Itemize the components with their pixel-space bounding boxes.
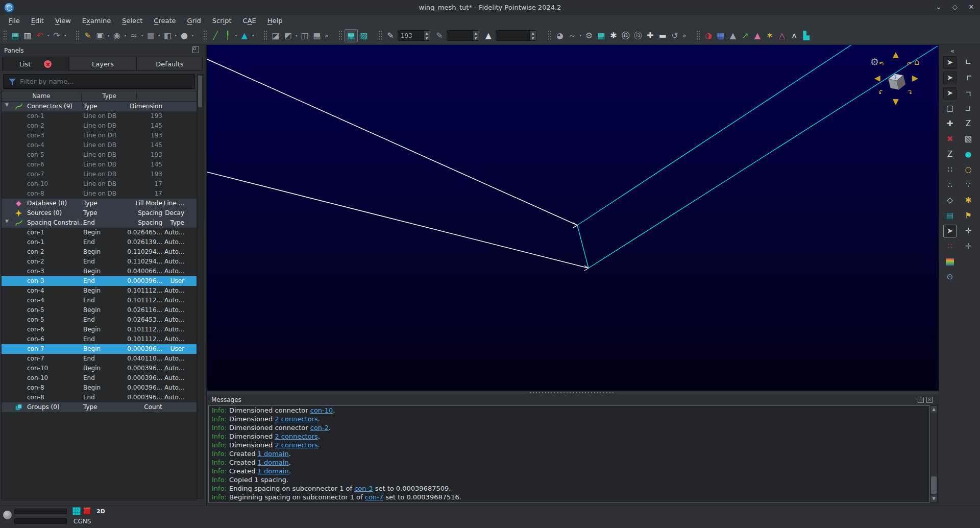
view-orientation-gizmo[interactable]: ⚙ ⌂ ▲ ▼ ◀ ▶ ↶ ↷ ↶ ↷ -Z [869, 50, 925, 111]
menu-select[interactable]: Select [116, 17, 148, 25]
messages-scrollbar-thumb[interactable] [931, 476, 937, 494]
gold-ring-icon[interactable]: ○ [962, 163, 975, 176]
expand-arrow-icon[interactable]: ▼ [5, 102, 9, 107]
dimension-field-spinner[interactable]: ▲▼ [423, 31, 430, 40]
export-file-icon[interactable]: ▥ [21, 29, 34, 42]
mesh-sphere-icon-dropdown[interactable]: ▾ [123, 33, 128, 38]
add-selection-icon[interactable]: ✚ [943, 117, 957, 130]
column-header-type[interactable]: Type [81, 92, 137, 101]
entity-link[interactable]: 1 domain [258, 467, 289, 475]
overflow-chevron[interactable]: » [681, 32, 688, 39]
remove-point-icon[interactable]: ▬ [656, 29, 669, 42]
structured-grid-icon[interactable]: ▦ [345, 29, 358, 42]
draw-tools-icon[interactable]: ✎ [82, 29, 94, 42]
tab-defaults[interactable]: Defaults [137, 57, 203, 71]
undo-icon[interactable]: ↶ [34, 29, 46, 42]
tree-row-con-4[interactable]: con-4Line on DB145 [2, 140, 197, 150]
ruler-corner-ne-icon[interactable]: ∟ [962, 87, 975, 100]
spacing-tool-icon[interactable]: ✎ [433, 29, 446, 42]
toolbar-drag-handle[interactable] [548, 30, 551, 41]
tree-row-con-5[interactable]: con-5Line on DB193 [2, 150, 197, 160]
connector-point-icon[interactable]: ╿ [222, 29, 234, 42]
distribute-icon[interactable]: ◕ [554, 29, 566, 42]
tree-row-con-5[interactable]: con-5End0.026453...Auto... [2, 315, 197, 325]
reset-view-icon[interactable]: ↺ [669, 29, 681, 42]
point-grid-dense-icon[interactable]: ∴ [943, 179, 957, 191]
shell-icon[interactable]: △ [776, 29, 788, 42]
ruler-corner-se-icon[interactable]: ∟ [962, 71, 975, 85]
layer-stack-icon[interactable]: ▤ [943, 209, 957, 222]
ruler-corner-nw-icon[interactable]: ∟ [962, 102, 975, 115]
close-tab-icon[interactable] [44, 60, 52, 68]
toolbar-drag-handle[interactable] [696, 30, 700, 41]
filter-input[interactable]: Filter by name... [3, 74, 195, 89]
surface-icon[interactable]: ■ [144, 29, 157, 42]
probe-icon[interactable]: ✛ [962, 225, 975, 237]
toolbar-drag-handle[interactable] [76, 30, 79, 41]
curve-icon[interactable]: ≈ [128, 29, 140, 42]
hex-block-icon[interactable]: ▧ [962, 133, 975, 146]
tri-pyramid-icon[interactable]: ▲ [751, 29, 764, 42]
entity-link[interactable]: 1 domain [258, 459, 289, 466]
tree-row-con-1[interactable]: con-1Begin0.026465...Auto... [2, 228, 197, 237]
entity-link[interactable]: con-2 [310, 424, 329, 431]
gold-star-icon[interactable]: ✱ [962, 194, 975, 207]
angle-tool-icon[interactable]: ▲ [482, 29, 495, 42]
maximize-button[interactable]: ◇ [949, 2, 961, 13]
spacing-field-spinner[interactable]: ▲▼ [472, 31, 479, 40]
rotate-down-arrow[interactable]: ▼ [893, 97, 899, 106]
minimize-button[interactable]: ⌄ [933, 2, 944, 13]
close-messages-icon[interactable]: ✕ [926, 397, 933, 403]
pyramid-icon[interactable]: ▲ [727, 29, 739, 42]
curve-icon-dropdown[interactable]: ▾ [140, 33, 144, 38]
dimension-field[interactable]: 193▲▼ [398, 30, 430, 41]
database-cube-icon[interactable]: ▣ [94, 29, 106, 42]
tree-row-con-7[interactable]: con-7Line on DB193 [2, 170, 197, 179]
entity-link[interactable]: con-3 [354, 485, 373, 492]
colorbar-icon[interactable] [943, 255, 957, 268]
surface-icon-dropdown[interactable]: ▾ [157, 33, 161, 38]
angle-field-spinner[interactable]: ▲▼ [529, 31, 536, 40]
z-ruler-icon[interactable]: Z [962, 117, 975, 130]
red-point-grid-icon[interactable]: ∷ [943, 240, 957, 253]
block-grid-icon[interactable]: ▦ [715, 29, 727, 42]
roll-cw-arrow[interactable]: ↷ [905, 59, 914, 68]
entity-link[interactable]: con-10 [310, 406, 333, 414]
tree-row-con-1[interactable]: con-1Line on DB193 [2, 111, 197, 121]
insert-point-icon[interactable]: ✚ [644, 29, 656, 42]
revolve-domain-icon[interactable]: ▦ [311, 29, 323, 42]
undock-panel-icon[interactable] [192, 46, 199, 53]
menu-examine[interactable]: Examine [77, 17, 116, 25]
toolbar-drag-handle[interactable] [378, 30, 382, 41]
magnify-icon[interactable]: ⊙ [943, 271, 957, 283]
axes-cross-icon[interactable]: ✛ [962, 240, 975, 253]
connector-line-icon[interactable]: ╱ [209, 29, 222, 42]
tree-row-con-10[interactable]: con-10Begin0.000396...Auto... [2, 364, 197, 373]
pointer-select-icon[interactable]: ➤ [943, 56, 957, 69]
tree-row-database-0[interactable]: Database (0)TypeFill ModeLine ... [2, 199, 197, 208]
grid-select-icon[interactable]: ▦ [595, 29, 607, 42]
tree-row-con-1[interactable]: con-1End0.026139...Auto... [2, 237, 197, 247]
split-surface-icon[interactable]: ◧ [161, 29, 174, 42]
entity-link[interactable]: 2 connectors [275, 441, 317, 449]
column-header-name[interactable]: Name [2, 92, 81, 100]
redo-icon[interactable]: ↷ [51, 29, 63, 42]
source-star-icon[interactable]: ✶ [764, 29, 776, 42]
initialize-icon[interactable]: ✱ [607, 29, 620, 42]
rotate-right-arrow[interactable]: ▶ [912, 74, 918, 83]
spacing-field[interactable]: ▲▼ [447, 30, 479, 41]
tree-row-con-2[interactable]: con-2Line on DB145 [2, 121, 197, 131]
3d-viewport[interactable]: ⚙ ⌂ ▲ ▼ ◀ ▶ ↶ ↷ ↶ ↷ -Z [207, 45, 939, 391]
viewport-messages-splitter[interactable] [207, 391, 939, 394]
tree-row-con-5[interactable]: con-5Begin0.026116...Auto... [2, 305, 197, 315]
tree-row-groups-0[interactable]: Groups (0)TypeCount [2, 402, 197, 412]
entity-link[interactable]: 1 domain [258, 450, 289, 458]
tab-layers[interactable]: Layers [69, 57, 137, 71]
roll-sw-arrow[interactable]: ↶ [877, 88, 886, 97]
close-button[interactable]: ✕ [966, 2, 977, 13]
tree-row-con-3[interactable]: con-3Line on DB193 [2, 131, 197, 140]
mesh-sphere-icon[interactable]: ◉ [111, 29, 123, 42]
grid-settings-icon[interactable]: ⚙ [583, 29, 595, 42]
cone-icon[interactable]: ▲ [238, 29, 251, 42]
point-grid-icon[interactable]: ∷ [943, 163, 957, 176]
